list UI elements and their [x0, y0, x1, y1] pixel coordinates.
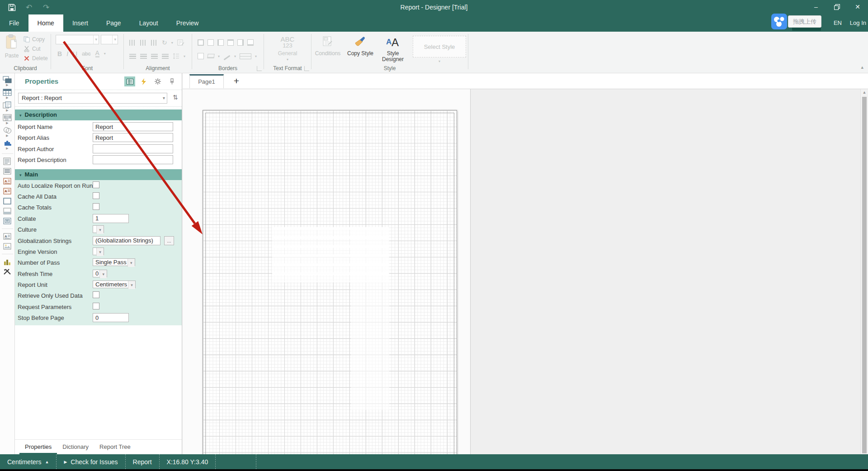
report-author-input[interactable] — [93, 144, 173, 153]
section-header-main[interactable]: ▾Main — [15, 169, 182, 180]
retrieve-only-used-data-checkbox[interactable] — [93, 291, 99, 298]
events-lightning-icon[interactable] — [138, 76, 149, 86]
tab-report-tree[interactable]: Report Tree — [94, 440, 136, 454]
units-selector[interactable]: Centimeters ▲ — [0, 454, 57, 469]
border-color-dropdown-icon[interactable]: ▾ — [234, 54, 236, 58]
bold-button[interactable]: B — [57, 50, 62, 57]
ribbon-collapse-icon[interactable]: ▴ — [861, 64, 863, 70]
panel-tool[interactable] — [2, 197, 12, 205]
border-none-icon[interactable] — [208, 39, 214, 46]
line-spacing-icon[interactable] — [173, 53, 179, 59]
tab-home[interactable]: Home — [28, 14, 63, 32]
align-middle-icon[interactable] — [140, 40, 147, 46]
components-tool[interactable]: ▶ — [2, 139, 12, 150]
text-block-tool[interactable]: A — [2, 233, 12, 240]
check-for-issues-button[interactable]: ▶ Check for Issues — [57, 454, 125, 469]
add-page-button[interactable]: + — [231, 75, 242, 87]
rich-text-alt-tool[interactable]: A — [2, 187, 12, 195]
font-color-dropdown-icon[interactable]: ▾ — [104, 52, 106, 56]
fill-color-icon[interactable] — [207, 54, 214, 58]
stop-before-page-input[interactable] — [93, 313, 129, 322]
shapes-tool[interactable]: ▶ — [2, 127, 12, 137]
tools-tool[interactable] — [2, 268, 12, 276]
page-tab-page1[interactable]: Page1 — [189, 74, 224, 88]
scroll-up-icon[interactable]: ▲ — [861, 90, 868, 95]
align-top-icon[interactable] — [129, 40, 136, 46]
border-right-icon[interactable] — [237, 39, 244, 46]
align-center-icon[interactable] — [140, 54, 147, 59]
expand-arrow-icon[interactable]: ▶ — [6, 84, 8, 86]
culture-select[interactable]: ▾ — [93, 225, 104, 233]
report-unit-select[interactable]: Centimeters▾ — [93, 281, 136, 288]
text-options-icon[interactable] — [177, 39, 184, 46]
fill-color-dropdown-icon[interactable]: ▾ — [218, 54, 220, 58]
chevron-down-icon[interactable]: ▾ — [163, 93, 165, 103]
restore-button[interactable] — [826, 0, 847, 14]
report-name-input[interactable] — [93, 122, 173, 131]
netdisk-icon[interactable] — [771, 14, 787, 29]
paste-button[interactable]: Paste — [3, 34, 21, 62]
cache-all-data-checkbox[interactable] — [93, 192, 99, 199]
strikethrough-button[interactable]: abc — [82, 51, 90, 57]
report-alias-input[interactable] — [93, 133, 173, 142]
tab-insert[interactable]: Insert — [63, 14, 97, 32]
vertical-scrollbar[interactable]: ▲ — [860, 89, 868, 454]
refresh-time-select[interactable]: 0▾ — [93, 270, 107, 277]
text-tool[interactable] — [2, 157, 12, 165]
bands-tool[interactable]: ▶ — [2, 76, 12, 86]
globalization-strings-input[interactable] — [93, 236, 160, 245]
scrollbar-thumb[interactable] — [862, 97, 867, 453]
chart-tool[interactable] — [2, 258, 12, 266]
settings-gear-icon[interactable] — [152, 76, 163, 86]
copy-button[interactable]: Copy — [24, 34, 48, 44]
rotate-text-icon[interactable]: ↻ — [162, 39, 167, 46]
text-format-dropdown-icon[interactable]: ▾ — [264, 57, 311, 62]
language-button[interactable]: EN — [834, 14, 842, 32]
object-selector[interactable]: Report : Report▾ — [18, 93, 167, 104]
tab-page[interactable]: Page — [97, 14, 130, 32]
font-color-button[interactable]: A — [95, 50, 99, 57]
barcode-tool[interactable]: 123▶ — [2, 114, 12, 124]
delete-button[interactable]: Delete — [24, 53, 48, 63]
font-size-select[interactable]: ▾ — [101, 35, 118, 44]
border-all-icon[interactable] — [198, 39, 204, 46]
align-right-icon[interactable] — [151, 54, 158, 59]
italic-button[interactable]: I — [66, 50, 68, 57]
page-copy-tool[interactable]: ▶ — [2, 101, 12, 112]
border-color-icon[interactable] — [224, 55, 231, 60]
expand-arrow-icon[interactable]: ▶ — [6, 109, 8, 112]
border-left-icon[interactable] — [217, 39, 224, 46]
table-tool[interactable]: ▶ — [2, 89, 12, 99]
line-style-icon[interactable] — [240, 53, 251, 59]
properties-view-icon[interactable] — [124, 76, 135, 86]
text-lines-tool[interactable] — [2, 167, 12, 175]
minimize-button[interactable]: – — [806, 0, 826, 14]
auto-localize-checkbox[interactable] — [93, 181, 99, 188]
tab-preview[interactable]: Preview — [167, 14, 208, 32]
cache-totals-checkbox[interactable] — [93, 203, 99, 210]
underline-button[interactable]: U — [73, 50, 77, 57]
section-header-description[interactable]: ▾Description — [15, 109, 182, 120]
select-style-button[interactable]: Select Style — [413, 36, 466, 57]
request-parameters-checkbox[interactable] — [93, 303, 99, 309]
line-spacing-dropdown-icon[interactable]: ▾ — [184, 54, 185, 58]
image-tool[interactable] — [2, 243, 12, 250]
sort-properties-icon[interactable]: ⇅ — [173, 94, 178, 101]
expand-arrow-icon[interactable]: ▶ — [6, 96, 8, 99]
rich-text-tool[interactable]: A — [2, 177, 12, 185]
page-break-tool[interactable] — [2, 207, 12, 215]
tab-dictionary[interactable]: Dictionary — [57, 440, 94, 454]
globalization-strings-ellipsis-button[interactable]: ... — [164, 236, 174, 245]
align-bottom-icon[interactable] — [151, 40, 158, 46]
number-of-pass-select[interactable]: Single Pass▾ — [93, 258, 135, 266]
collate-input[interactable] — [93, 214, 129, 223]
align-left-icon[interactable] — [129, 54, 136, 59]
expand-arrow-icon[interactable]: ▶ — [6, 147, 8, 150]
rotate-dropdown-icon[interactable]: ▾ — [171, 41, 173, 45]
expand-arrow-icon[interactable]: ▶ — [6, 122, 8, 124]
border-top-icon[interactable] — [227, 39, 234, 46]
line-style-dropdown-icon[interactable]: ▾ — [255, 54, 257, 58]
align-justify-icon[interactable] — [162, 54, 169, 59]
tab-file[interactable]: File — [0, 14, 28, 32]
close-button[interactable]: ✕ — [847, 0, 868, 14]
